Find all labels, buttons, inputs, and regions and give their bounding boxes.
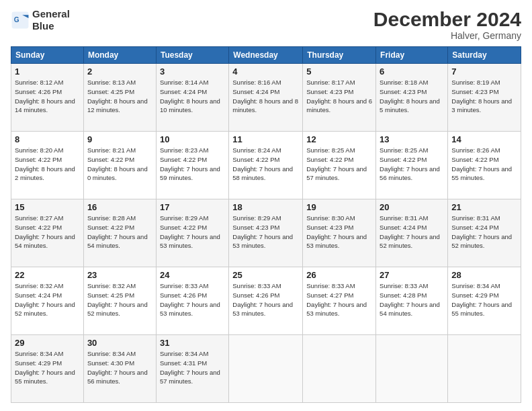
day-info: Sunrise: 8:25 AMSunset: 4:22 PMDaylight:…	[306, 146, 367, 181]
calendar-cell: 20 Sunrise: 8:31 AMSunset: 4:24 PMDaylig…	[376, 199, 448, 267]
day-number: 10	[160, 134, 225, 144]
day-number: 25	[232, 270, 299, 280]
calendar-week-row: 22 Sunrise: 8:32 AMSunset: 4:24 PMDaylig…	[11, 267, 521, 335]
calendar-cell	[376, 335, 448, 403]
day-number: 24	[160, 270, 225, 280]
calendar-cell: 28 Sunrise: 8:34 AMSunset: 4:29 PMDaylig…	[448, 267, 521, 335]
calendar-cell: 16 Sunrise: 8:28 AMSunset: 4:22 PMDaylig…	[83, 199, 156, 267]
day-info: Sunrise: 8:30 AMSunset: 4:23 PMDaylight:…	[306, 214, 367, 249]
calendar-cell: 23 Sunrise: 8:32 AMSunset: 4:25 PMDaylig…	[83, 267, 156, 335]
day-info: Sunrise: 8:33 AMSunset: 4:26 PMDaylight:…	[160, 282, 220, 317]
svg-text:G: G	[14, 16, 19, 24]
calendar-cell: 8 Sunrise: 8:20 AMSunset: 4:22 PMDayligh…	[11, 132, 84, 199]
calendar-cell: 29 Sunrise: 8:34 AMSunset: 4:29 PMDaylig…	[11, 335, 84, 403]
day-info: Sunrise: 8:32 AMSunset: 4:25 PMDaylight:…	[87, 282, 148, 317]
calendar-cell: 17 Sunrise: 8:29 AMSunset: 4:22 PMDaylig…	[156, 199, 228, 267]
calendar-cell	[229, 335, 303, 403]
day-info: Sunrise: 8:17 AMSunset: 4:23 PMDaylight:…	[306, 79, 372, 113]
calendar-day-header: Tuesday	[156, 47, 228, 64]
calendar-day-header: Monday	[83, 47, 156, 64]
calendar-week-row: 15 Sunrise: 8:27 AMSunset: 4:22 PMDaylig…	[11, 199, 521, 267]
calendar-cell: 1 Sunrise: 8:12 AMSunset: 4:26 PMDayligh…	[11, 64, 84, 132]
day-number: 31	[160, 338, 225, 348]
day-info: Sunrise: 8:14 AMSunset: 4:24 PMDaylight:…	[160, 79, 220, 113]
calendar-cell: 30 Sunrise: 8:34 AMSunset: 4:30 PMDaylig…	[83, 335, 156, 403]
calendar-day-header: Sunday	[11, 47, 84, 64]
calendar-cell: 13 Sunrise: 8:25 AMSunset: 4:22 PMDaylig…	[376, 132, 448, 199]
calendar-cell: 14 Sunrise: 8:26 AMSunset: 4:22 PMDaylig…	[448, 132, 521, 199]
day-info: Sunrise: 8:24 AMSunset: 4:22 PMDaylight:…	[232, 146, 293, 181]
calendar-cell: 27 Sunrise: 8:33 AMSunset: 4:28 PMDaylig…	[376, 267, 448, 335]
logo-line1: General	[32, 8, 70, 20]
calendar-cell: 2 Sunrise: 8:13 AMSunset: 4:25 PMDayligh…	[83, 64, 156, 132]
day-number: 12	[306, 134, 372, 144]
logo-icon: G	[11, 11, 30, 30]
day-info: Sunrise: 8:12 AMSunset: 4:26 PMDaylight:…	[15, 79, 75, 113]
day-info: Sunrise: 8:34 AMSunset: 4:29 PMDaylight:…	[451, 282, 512, 317]
calendar-day-header: Wednesday	[229, 47, 303, 64]
day-number: 3	[160, 66, 225, 77]
day-number: 28	[451, 270, 517, 280]
day-info: Sunrise: 8:29 AMSunset: 4:22 PMDaylight:…	[160, 214, 220, 249]
day-number: 29	[15, 338, 80, 348]
calendar-day-header: Friday	[376, 47, 448, 64]
day-info: Sunrise: 8:34 AMSunset: 4:31 PMDaylight:…	[160, 350, 220, 385]
calendar-week-row: 8 Sunrise: 8:20 AMSunset: 4:22 PMDayligh…	[11, 132, 521, 199]
calendar-cell: 10 Sunrise: 8:23 AMSunset: 4:22 PMDaylig…	[156, 132, 228, 199]
calendar-cell: 24 Sunrise: 8:33 AMSunset: 4:26 PMDaylig…	[156, 267, 228, 335]
page: G General Blue December 2024 Halver, Ger…	[0, 0, 532, 411]
day-number: 19	[306, 202, 372, 212]
day-number: 16	[87, 202, 152, 212]
calendar-cell: 5 Sunrise: 8:17 AMSunset: 4:23 PMDayligh…	[303, 64, 376, 132]
calendar-cell: 31 Sunrise: 8:34 AMSunset: 4:31 PMDaylig…	[156, 335, 228, 403]
day-number: 30	[87, 338, 152, 348]
day-info: Sunrise: 8:31 AMSunset: 4:24 PMDaylight:…	[451, 214, 512, 249]
calendar-cell	[303, 335, 376, 403]
calendar-cell: 6 Sunrise: 8:18 AMSunset: 4:23 PMDayligh…	[376, 64, 448, 132]
day-number: 11	[232, 134, 299, 144]
day-info: Sunrise: 8:19 AMSunset: 4:23 PMDaylight:…	[451, 79, 512, 113]
day-info: Sunrise: 8:33 AMSunset: 4:26 PMDaylight:…	[232, 282, 293, 317]
day-number: 22	[15, 270, 80, 280]
day-info: Sunrise: 8:32 AMSunset: 4:24 PMDaylight:…	[15, 282, 75, 317]
day-info: Sunrise: 8:21 AMSunset: 4:22 PMDaylight:…	[87, 146, 148, 181]
calendar-day-header: Thursday	[303, 47, 376, 64]
calendar-cell: 25 Sunrise: 8:33 AMSunset: 4:26 PMDaylig…	[229, 267, 303, 335]
day-info: Sunrise: 8:34 AMSunset: 4:29 PMDaylight:…	[15, 350, 75, 385]
day-info: Sunrise: 8:25 AMSunset: 4:22 PMDaylight:…	[380, 146, 440, 181]
day-number: 27	[380, 270, 444, 280]
day-info: Sunrise: 8:13 AMSunset: 4:25 PMDaylight:…	[87, 79, 148, 113]
day-info: Sunrise: 8:23 AMSunset: 4:22 PMDaylight:…	[160, 146, 220, 181]
month-title: December 2024	[373, 8, 521, 30]
day-info: Sunrise: 8:31 AMSunset: 4:24 PMDaylight:…	[380, 214, 440, 249]
day-info: Sunrise: 8:18 AMSunset: 4:23 PMDaylight:…	[380, 79, 440, 113]
day-number: 7	[451, 66, 517, 77]
header: G General Blue December 2024 Halver, Ger…	[11, 8, 521, 41]
calendar-cell: 3 Sunrise: 8:14 AMSunset: 4:24 PMDayligh…	[156, 64, 228, 132]
calendar-week-row: 29 Sunrise: 8:34 AMSunset: 4:29 PMDaylig…	[11, 335, 521, 403]
title-block: December 2024 Halver, Germany	[373, 8, 521, 41]
day-number: 5	[306, 66, 372, 77]
calendar-cell: 19 Sunrise: 8:30 AMSunset: 4:23 PMDaylig…	[303, 199, 376, 267]
day-number: 23	[87, 270, 152, 280]
day-number: 20	[380, 202, 444, 212]
day-number: 9	[87, 134, 152, 144]
calendar-cell: 26 Sunrise: 8:33 AMSunset: 4:27 PMDaylig…	[303, 267, 376, 335]
day-number: 18	[232, 202, 299, 212]
calendar-cell: 11 Sunrise: 8:24 AMSunset: 4:22 PMDaylig…	[229, 132, 303, 199]
day-info: Sunrise: 8:20 AMSunset: 4:22 PMDaylight:…	[15, 146, 75, 181]
calendar-cell: 12 Sunrise: 8:25 AMSunset: 4:22 PMDaylig…	[303, 132, 376, 199]
location: Halver, Germany	[373, 30, 521, 41]
calendar-cell: 15 Sunrise: 8:27 AMSunset: 4:22 PMDaylig…	[11, 199, 84, 267]
day-number: 21	[451, 202, 517, 212]
calendar-day-header: Saturday	[448, 47, 521, 64]
day-info: Sunrise: 8:29 AMSunset: 4:23 PMDaylight:…	[232, 214, 293, 249]
day-info: Sunrise: 8:16 AMSunset: 4:24 PMDaylight:…	[232, 79, 298, 113]
day-number: 2	[87, 66, 152, 77]
day-info: Sunrise: 8:33 AMSunset: 4:28 PMDaylight:…	[380, 282, 440, 317]
day-number: 15	[15, 202, 80, 212]
day-number: 14	[451, 134, 517, 144]
calendar-week-row: 1 Sunrise: 8:12 AMSunset: 4:26 PMDayligh…	[11, 64, 521, 132]
day-number: 8	[15, 134, 80, 144]
day-number: 26	[306, 270, 372, 280]
